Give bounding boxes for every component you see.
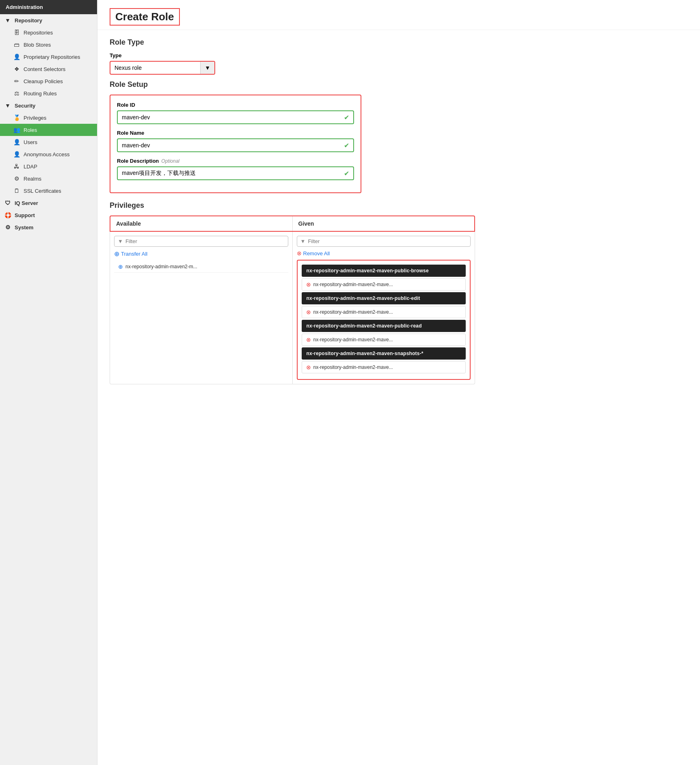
available-header: Available: [110, 216, 293, 231]
sidebar-item-blob-stores[interactable]: 🗃 Blob Stores: [0, 39, 97, 51]
given-header: Given: [293, 216, 475, 231]
transfer-all-plus-icon: ⊕: [114, 250, 119, 258]
role-name-label: Role Name: [117, 130, 354, 136]
proprietary-icon: 👤: [13, 54, 20, 60]
sidebar-item-repository[interactable]: ▼ Repository: [0, 14, 97, 26]
privileges-header-bar: Available Given: [110, 215, 475, 232]
roles-icon: 👥: [13, 127, 20, 133]
available-column: ▼ ⊕ Transfer All ⊕ nx-repository-admin-m…: [110, 232, 293, 384]
type-selector[interactable]: Nexus role ▼: [110, 61, 215, 75]
sidebar-item-privileges[interactable]: 🏅 Privileges: [0, 112, 97, 124]
privileges-icon: 🏅: [13, 114, 20, 121]
sidebar-item-support[interactable]: 🛟 Support: [0, 209, 97, 221]
support-icon: 🛟: [4, 212, 11, 218]
sidebar-item-users[interactable]: 👤 Users: [0, 136, 97, 148]
role-id-check-icon: ✔: [340, 114, 353, 121]
sidebar-item-roles[interactable]: 👥 Roles: [0, 124, 97, 136]
anonymous-icon: 👤: [13, 151, 20, 157]
blob-stores-icon: 🗃: [13, 41, 20, 48]
repositories-icon: 🗄: [13, 29, 20, 36]
remove-item-3-icon[interactable]: ⊗: [306, 364, 311, 371]
sidebar-item-anonymous-access[interactable]: 👤 Anonymous Access: [0, 148, 97, 160]
role-name-input-wrapper[interactable]: ✔: [117, 138, 354, 152]
sidebar-item-realms[interactable]: ⚙ Realms: [0, 172, 97, 185]
privileges-columns: ▼ ⊕ Transfer All ⊕ nx-repository-admin-m…: [110, 232, 475, 384]
privileges-section: Privileges Available Given ▼ ⊕ Transfer …: [110, 201, 688, 384]
given-item-dark-0[interactable]: nx-repository-admin-maven2-maven-public-…: [302, 265, 466, 277]
role-name-field-group: Role Name ✔: [117, 130, 354, 152]
sidebar-item-ssl-certificates[interactable]: 🗒 SSL Certificates: [0, 185, 97, 197]
role-description-input-wrapper[interactable]: ✔: [117, 166, 354, 180]
iq-server-icon: 🛡: [4, 200, 11, 206]
role-id-field-group: Role ID ✔: [117, 102, 354, 124]
realms-icon: ⚙: [13, 175, 20, 182]
remove-item-1-icon[interactable]: ⊗: [306, 309, 311, 315]
available-filter-box[interactable]: ▼: [114, 236, 288, 247]
users-icon: 👤: [13, 139, 20, 145]
given-list-box: nx-repository-admin-maven2-maven-public-…: [297, 260, 471, 380]
given-column: ▼ ⊗ Remove All nx-repository-admin-maven…: [293, 232, 475, 384]
sidebar-item-routing-rules[interactable]: ⚖ Routing Rules: [0, 87, 97, 99]
remove-item-0-icon[interactable]: ⊗: [306, 281, 311, 288]
role-description-input[interactable]: [118, 167, 340, 179]
given-filter-input[interactable]: [308, 238, 467, 244]
remove-all-x-icon: ⊗: [297, 250, 302, 256]
available-filter-input[interactable]: [125, 238, 285, 244]
sidebar: Administration ▼ Repository 🗄 Repositori…: [0, 0, 97, 765]
role-type-section-title: Role Type: [110, 38, 688, 47]
sidebar-item-ldap[interactable]: 🖧 LDAP: [0, 160, 97, 172]
role-description-field-group: Role Description Optional ✔: [117, 158, 354, 180]
page-title: Create Role: [110, 8, 180, 26]
routing-icon: ⚖: [13, 90, 20, 97]
role-description-check-icon: ✔: [340, 170, 353, 177]
sidebar-item-proprietary-repositories[interactable]: 👤 Proprietary Repositories: [0, 51, 97, 63]
ssl-icon: 🗒: [13, 187, 20, 194]
cleanup-icon: ✏: [13, 78, 20, 84]
page-header: Create Role: [97, 0, 700, 30]
remove-item-2-icon[interactable]: ⊗: [306, 336, 311, 343]
sidebar-item-cleanup-policies[interactable]: ✏ Cleanup Policies: [0, 75, 97, 87]
given-item-dark-2[interactable]: nx-repository-admin-maven2-maven-public-…: [302, 320, 466, 332]
remove-all-button[interactable]: ⊗ Remove All: [297, 250, 330, 256]
available-item[interactable]: ⊕ nx-repository-admin-maven2-m...: [114, 261, 288, 273]
available-filter-icon: ▼: [118, 238, 123, 244]
sidebar-item-repositories[interactable]: 🗄 Repositories: [0, 26, 97, 39]
sidebar-item-security[interactable]: ▼ Security: [0, 99, 97, 112]
sidebar-item-iq-server[interactable]: 🛡 IQ Server: [0, 197, 97, 209]
sidebar-item-content-selectors[interactable]: ❖ Content Selectors: [0, 63, 97, 75]
system-icon: ⚙: [4, 224, 11, 231]
privileges-section-title: Privileges: [110, 201, 688, 210]
given-filter-box[interactable]: ▼: [297, 236, 471, 247]
sidebar-header: Administration: [0, 0, 97, 14]
role-name-check-icon: ✔: [340, 142, 353, 149]
given-item-dark-3[interactable]: nx-repository-admin-maven2-maven-snapsho…: [302, 347, 466, 360]
role-setup-section-title: Role Setup: [110, 80, 688, 89]
role-name-input[interactable]: [118, 139, 340, 151]
role-description-label: Role Description Optional: [117, 158, 354, 164]
given-filter-icon: ▼: [300, 238, 306, 244]
type-selector-value: Nexus role: [110, 62, 200, 74]
role-setup-box: Role ID ✔ Role Name ✔ Role Description O…: [110, 95, 361, 193]
main-body: Role Type Type Nexus role ▼ Role Setup R…: [97, 30, 700, 392]
repository-icon: ▼: [4, 17, 11, 24]
role-id-label: Role ID: [117, 102, 354, 108]
transfer-all-button[interactable]: ⊕ Transfer All: [114, 250, 147, 258]
given-item-light-3[interactable]: ⊗ nx-repository-admin-maven2-mave...: [302, 361, 466, 373]
given-item-light-1[interactable]: ⊗ nx-repository-admin-maven2-mave...: [302, 306, 466, 318]
type-dropdown-button[interactable]: ▼: [200, 62, 214, 74]
role-id-input-wrapper[interactable]: ✔: [117, 110, 354, 124]
type-field-group: Type Nexus role ▼: [110, 52, 688, 75]
given-item-light-2[interactable]: ⊗ nx-repository-admin-maven2-mave...: [302, 334, 466, 346]
given-item-dark-1[interactable]: nx-repository-admin-maven2-maven-public-…: [302, 292, 466, 304]
ldap-icon: 🖧: [13, 163, 20, 170]
given-item-light-0[interactable]: ⊗ nx-repository-admin-maven2-mave...: [302, 278, 466, 291]
available-item-icon: ⊕: [118, 263, 123, 270]
main-content: Create Role Role Type Type Nexus role ▼ …: [97, 0, 700, 765]
role-id-input[interactable]: [118, 111, 340, 123]
type-label: Type: [110, 52, 688, 58]
security-icon: ▼: [4, 102, 11, 109]
content-selectors-icon: ❖: [13, 66, 20, 72]
sidebar-item-system[interactable]: ⚙ System: [0, 221, 97, 233]
